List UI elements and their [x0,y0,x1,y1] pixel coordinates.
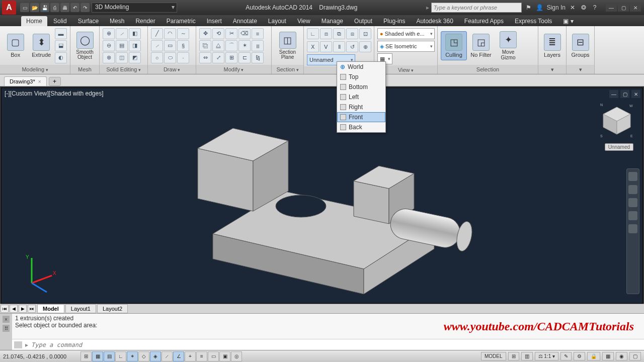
ucs-icon-3[interactable]: ⧉ [333,28,345,39]
viewcube-label[interactable]: Unnamed [605,143,633,151]
help-search-input[interactable] [431,3,522,13]
offset-icon[interactable]: ⊏ [238,52,251,63]
sb-infer-icon[interactable]: ⊞ [80,351,92,361]
maximize-button[interactable]: ▢ [618,4,629,12]
status-grid-icon[interactable]: ⊞ [508,352,519,360]
panel-modify-title[interactable]: Modify [224,66,244,72]
ucs-z-icon[interactable]: Ⅱ [333,41,345,52]
coordinates-readout[interactable]: 21.0745, -0.4216 , 0.0000 [0,353,80,359]
ucs-item-front[interactable]: Front [337,112,385,122]
fillet-icon[interactable]: ⌒ [225,40,237,51]
status-annoscale-combo[interactable]: ⚖ 1:1 ▾ [535,352,558,360]
new-icon[interactable]: ▭ [20,3,29,12]
extrude-button[interactable]: ⬍Extrude [29,33,54,59]
ucs-item-bottom[interactable]: Bottom [337,82,385,92]
sb-lwt-icon[interactable]: ≡ [196,351,207,361]
sb-qp-icon[interactable]: ▣ [219,351,230,361]
viewcube[interactable]: N E S W [599,103,634,138]
tab-plugins[interactable]: Plug-ins [378,16,410,26]
trim-icon[interactable]: ✂ [225,28,237,39]
3dmirror-icon[interactable]: ⧎ [252,52,264,63]
sb-snap-icon[interactable]: ▦ [92,351,103,361]
tab-parametric[interactable]: Parametric [162,16,201,26]
subtract-icon[interactable]: ⊖ [103,40,115,51]
status-lock-icon[interactable]: 🔒 [587,352,600,360]
open-icon[interactable]: 📂 [30,3,39,12]
sb-sc-icon[interactable]: ◎ [231,351,242,361]
tab-layout[interactable]: Layout [263,16,291,26]
move-gizmo-button[interactable]: ✦Move Gizmo [495,30,521,61]
no-filter-button[interactable]: ◲No Filter [468,33,494,59]
ucs-prev-icon[interactable]: ↺ [346,41,358,52]
stayconnected-icon[interactable]: ❂ [580,4,588,12]
layers-button[interactable]: ≣Layers [541,33,563,59]
exchange-icon[interactable]: ✕ [569,4,577,12]
status-clean-icon[interactable]: ▢ [629,352,641,360]
cmd-close-icon[interactable]: × [3,316,10,323]
tab-autodesk360[interactable]: Autodesk 360 [411,16,458,26]
ellipse-icon[interactable]: ⬭ [164,52,176,63]
signin-icon[interactable]: 👤 [536,4,544,12]
3dalign-icon[interactable]: ⫼ [252,40,264,51]
document-tab-active[interactable]: Drawing3*× [4,76,47,86]
ucs-item-top[interactable]: Top [337,72,385,82]
status-annotool-icon[interactable]: ✎ [560,352,572,360]
array-icon[interactable]: ⊞ [225,52,237,63]
ucs-icon-4[interactable]: ⧇ [346,28,358,39]
minimize-button[interactable]: — [606,4,617,12]
help-icon[interactable]: ? [591,4,599,12]
erase-icon[interactable]: ⌫ [238,28,251,39]
layout-tab-model[interactable]: Model [37,304,64,313]
slice-icon[interactable]: ⟋ [116,28,128,39]
panel-groups-title[interactable]: ▾ [567,65,594,74]
tab-annotate[interactable]: Annotate [228,16,262,26]
intersect-icon[interactable]: ⊗ [103,52,115,63]
print-icon[interactable]: 🖶 [60,3,69,12]
fillet-edge-icon[interactable]: ◩ [129,52,141,63]
command-input[interactable] [31,341,642,348]
ucs-item-left[interactable]: Left [337,92,385,102]
section-plane-button[interactable]: ◫Section Plane [275,31,300,61]
explode-icon[interactable]: ✶ [238,40,251,51]
tab-solid[interactable]: Solid [48,16,72,26]
tab-view[interactable]: View [292,16,315,26]
tab-surface[interactable]: Surface [73,16,104,26]
spline-icon[interactable]: ～ [177,28,189,39]
rectangle-icon[interactable]: ▭ [164,40,176,51]
tab-insert[interactable]: Insert [202,16,227,26]
workspace-selector[interactable]: 3D Modeling [92,3,177,13]
signin-label[interactable]: Sign In [547,4,566,11]
close-tab-icon[interactable]: × [38,79,41,84]
groups-button[interactable]: ⊟Groups [570,33,591,59]
extract-edges-icon[interactable]: ◧ [129,28,141,39]
circle-icon[interactable]: ○ [151,52,163,63]
status-model-toggle[interactable]: MODEL [481,352,506,360]
ucs-world-icon[interactable]: ⊕ [359,41,371,52]
steering-wheel-icon[interactable] [628,172,637,181]
save-icon[interactable]: 💾 [40,3,49,12]
ucs-item-world[interactable]: ⊕World [337,62,385,72]
panel-section-title[interactable]: Section [276,66,298,72]
ucs-y-icon[interactable]: Ⅴ [320,41,332,52]
imprint-icon[interactable]: ◫ [116,52,128,63]
box-button[interactable]: ▢Box [3,33,28,59]
sb-tpy-icon[interactable]: ▭ [208,351,219,361]
polysolid-icon[interactable]: ▬ [55,28,67,39]
viewport-label[interactable]: [-][Custom View][Shaded with edges] [5,90,104,97]
panel-draw-title[interactable]: Draw [164,66,180,72]
layout-tab-2[interactable]: Layout2 [97,304,128,313]
union-icon[interactable]: ⊕ [103,28,115,39]
smooth-object-button[interactable]: ◯Smooth Object [73,31,96,61]
panel-mesh-title[interactable]: Mesh [70,65,99,74]
copy-icon[interactable]: ⿻ [199,40,211,51]
orbit-icon[interactable] [628,211,637,220]
rotate-icon[interactable]: ⟲ [212,28,224,39]
align-icon[interactable]: ≡ [252,28,264,39]
ucs-item-right[interactable]: Right [337,102,385,112]
status-hardware-icon[interactable]: ▦ [602,352,614,360]
zoom-icon[interactable] [628,198,637,207]
layout-tab-1[interactable]: Layout1 [65,304,96,313]
stretch-icon[interactable]: ⇔ [199,52,211,63]
panel-modeling-title[interactable]: Modeling [22,66,48,72]
command-prompt-icon[interactable] [14,341,22,348]
